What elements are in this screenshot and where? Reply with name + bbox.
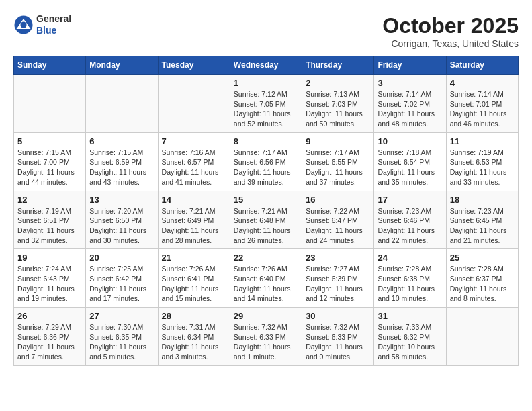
- calendar-cell: [86, 75, 158, 133]
- day-info: Sunrise: 7:21 AM Sunset: 6:48 PM Dayligh…: [234, 206, 298, 246]
- day-number: 17: [378, 195, 442, 205]
- day-info: Sunrise: 7:26 AM Sunset: 6:41 PM Dayligh…: [162, 264, 226, 304]
- day-info: Sunrise: 7:29 AM Sunset: 6:36 PM Dayligh…: [17, 322, 82, 362]
- calendar-cell: 1Sunrise: 7:12 AM Sunset: 7:05 PM Daylig…: [230, 75, 302, 133]
- day-number: 8: [234, 136, 298, 146]
- day-info: Sunrise: 7:31 AM Sunset: 6:34 PM Dayligh…: [162, 322, 226, 362]
- day-info: Sunrise: 7:32 AM Sunset: 6:33 PM Dayligh…: [306, 322, 370, 362]
- calendar-week-row: 26Sunrise: 7:29 AM Sunset: 6:36 PM Dayli…: [14, 308, 519, 366]
- day-info: Sunrise: 7:19 AM Sunset: 6:51 PM Dayligh…: [17, 206, 82, 246]
- weekday-header: Tuesday: [158, 56, 230, 75]
- calendar-week-row: 19Sunrise: 7:24 AM Sunset: 6:43 PM Dayli…: [14, 249, 519, 308]
- day-info: Sunrise: 7:28 AM Sunset: 6:38 PM Dayligh…: [378, 264, 442, 304]
- day-info: Sunrise: 7:33 AM Sunset: 6:32 PM Dayligh…: [378, 322, 442, 362]
- day-number: 2: [306, 78, 370, 88]
- calendar-body: 1Sunrise: 7:12 AM Sunset: 7:05 PM Daylig…: [14, 75, 519, 366]
- title-block: October 2025 Corrigan, Texas, United Sta…: [382, 13, 519, 49]
- day-number: 31: [378, 311, 442, 321]
- day-number: 3: [378, 78, 442, 88]
- day-number: 25: [450, 253, 515, 263]
- calendar-cell: 10Sunrise: 7:18 AM Sunset: 6:54 PM Dayli…: [374, 132, 446, 191]
- calendar-cell: 20Sunrise: 7:25 AM Sunset: 6:42 PM Dayli…: [86, 249, 158, 308]
- day-info: Sunrise: 7:17 AM Sunset: 6:55 PM Dayligh…: [306, 148, 370, 187]
- day-info: Sunrise: 7:14 AM Sunset: 7:02 PM Dayligh…: [378, 89, 442, 129]
- calendar-cell: 30Sunrise: 7:32 AM Sunset: 6:33 PM Dayli…: [302, 308, 374, 366]
- calendar-table: SundayMondayTuesdayWednesdayThursdayFrid…: [13, 56, 519, 366]
- day-number: 16: [306, 195, 370, 205]
- calendar-subtitle: Corrigan, Texas, United States: [382, 38, 519, 49]
- calendar-cell: 25Sunrise: 7:28 AM Sunset: 6:37 PM Dayli…: [446, 249, 518, 308]
- day-number: 28: [162, 311, 226, 321]
- day-info: Sunrise: 7:12 AM Sunset: 7:05 PM Dayligh…: [234, 89, 298, 129]
- day-number: 22: [234, 253, 298, 263]
- weekday-header: Friday: [374, 56, 446, 75]
- day-info: Sunrise: 7:15 AM Sunset: 6:59 PM Dayligh…: [89, 148, 154, 187]
- day-info: Sunrise: 7:19 AM Sunset: 6:53 PM Dayligh…: [450, 148, 515, 187]
- day-number: 30: [306, 311, 370, 321]
- weekday-header: Sunday: [14, 56, 86, 75]
- calendar-cell: 4Sunrise: 7:14 AM Sunset: 7:01 PM Daylig…: [446, 75, 518, 133]
- logo-text: General Blue: [36, 13, 71, 36]
- day-info: Sunrise: 7:14 AM Sunset: 7:01 PM Dayligh…: [450, 89, 515, 129]
- calendar-cell: 18Sunrise: 7:23 AM Sunset: 6:45 PM Dayli…: [446, 191, 518, 249]
- day-number: 4: [450, 78, 515, 88]
- calendar-cell: 7Sunrise: 7:16 AM Sunset: 6:57 PM Daylig…: [158, 132, 230, 191]
- calendar-cell: 9Sunrise: 7:17 AM Sunset: 6:55 PM Daylig…: [302, 132, 374, 191]
- day-info: Sunrise: 7:28 AM Sunset: 6:37 PM Dayligh…: [450, 264, 515, 304]
- day-info: Sunrise: 7:16 AM Sunset: 6:57 PM Dayligh…: [162, 148, 226, 187]
- day-info: Sunrise: 7:13 AM Sunset: 7:03 PM Dayligh…: [306, 89, 370, 129]
- calendar-cell: [14, 75, 86, 133]
- day-info: Sunrise: 7:30 AM Sunset: 6:35 PM Dayligh…: [89, 322, 154, 362]
- day-number: 5: [17, 136, 82, 146]
- calendar-title: October 2025: [382, 13, 519, 38]
- calendar-cell: 19Sunrise: 7:24 AM Sunset: 6:43 PM Dayli…: [14, 249, 86, 308]
- day-number: 21: [162, 253, 226, 263]
- day-number: 11: [450, 136, 515, 146]
- calendar-cell: 16Sunrise: 7:22 AM Sunset: 6:47 PM Dayli…: [302, 191, 374, 249]
- calendar-cell: 6Sunrise: 7:15 AM Sunset: 6:59 PM Daylig…: [86, 132, 158, 191]
- day-info: Sunrise: 7:18 AM Sunset: 6:54 PM Dayligh…: [378, 148, 442, 187]
- day-number: 18: [450, 195, 515, 205]
- day-number: 26: [17, 311, 82, 321]
- calendar-cell: [446, 308, 518, 366]
- logo-general: General: [36, 13, 71, 25]
- calendar-cell: 21Sunrise: 7:26 AM Sunset: 6:41 PM Dayli…: [158, 249, 230, 308]
- day-info: Sunrise: 7:23 AM Sunset: 6:46 PM Dayligh…: [378, 206, 442, 246]
- day-info: Sunrise: 7:32 AM Sunset: 6:33 PM Dayligh…: [234, 322, 298, 362]
- day-info: Sunrise: 7:22 AM Sunset: 6:47 PM Dayligh…: [306, 206, 370, 246]
- logo-icon: [13, 15, 34, 35]
- day-number: 14: [162, 195, 226, 205]
- calendar-cell: 2Sunrise: 7:13 AM Sunset: 7:03 PM Daylig…: [302, 75, 374, 133]
- page-header: General Blue October 2025 Corrigan, Texa…: [13, 13, 519, 49]
- day-number: 15: [234, 195, 298, 205]
- day-number: 13: [89, 195, 154, 205]
- day-info: Sunrise: 7:26 AM Sunset: 6:40 PM Dayligh…: [234, 264, 298, 304]
- day-number: 10: [378, 136, 442, 146]
- weekday-header: Saturday: [446, 56, 518, 75]
- day-info: Sunrise: 7:24 AM Sunset: 6:43 PM Dayligh…: [17, 264, 82, 304]
- weekday-header: Monday: [86, 56, 158, 75]
- calendar-cell: 11Sunrise: 7:19 AM Sunset: 6:53 PM Dayli…: [446, 132, 518, 191]
- day-number: 23: [306, 253, 370, 263]
- calendar-cell: 17Sunrise: 7:23 AM Sunset: 6:46 PM Dayli…: [374, 191, 446, 249]
- day-number: 20: [89, 253, 154, 263]
- day-info: Sunrise: 7:27 AM Sunset: 6:39 PM Dayligh…: [306, 264, 370, 304]
- calendar-cell: 12Sunrise: 7:19 AM Sunset: 6:51 PM Dayli…: [14, 191, 86, 249]
- weekday-row: SundayMondayTuesdayWednesdayThursdayFrid…: [14, 56, 519, 75]
- calendar-cell: 23Sunrise: 7:27 AM Sunset: 6:39 PM Dayli…: [302, 249, 374, 308]
- calendar-header: SundayMondayTuesdayWednesdayThursdayFrid…: [14, 56, 519, 75]
- day-number: 24: [378, 253, 442, 263]
- calendar-week-row: 5Sunrise: 7:15 AM Sunset: 7:00 PM Daylig…: [14, 132, 519, 191]
- calendar-cell: 24Sunrise: 7:28 AM Sunset: 6:38 PM Dayli…: [374, 249, 446, 308]
- calendar-week-row: 12Sunrise: 7:19 AM Sunset: 6:51 PM Dayli…: [14, 191, 519, 249]
- weekday-header: Wednesday: [230, 56, 302, 75]
- day-info: Sunrise: 7:23 AM Sunset: 6:45 PM Dayligh…: [450, 206, 515, 246]
- day-info: Sunrise: 7:20 AM Sunset: 6:50 PM Dayligh…: [89, 206, 154, 246]
- calendar-cell: 5Sunrise: 7:15 AM Sunset: 7:00 PM Daylig…: [14, 132, 86, 191]
- day-number: 29: [234, 311, 298, 321]
- day-number: 9: [306, 136, 370, 146]
- day-info: Sunrise: 7:15 AM Sunset: 7:00 PM Dayligh…: [17, 148, 82, 187]
- logo: General Blue: [13, 13, 71, 36]
- calendar-cell: 26Sunrise: 7:29 AM Sunset: 6:36 PM Dayli…: [14, 308, 86, 366]
- calendar-week-row: 1Sunrise: 7:12 AM Sunset: 7:05 PM Daylig…: [14, 75, 519, 133]
